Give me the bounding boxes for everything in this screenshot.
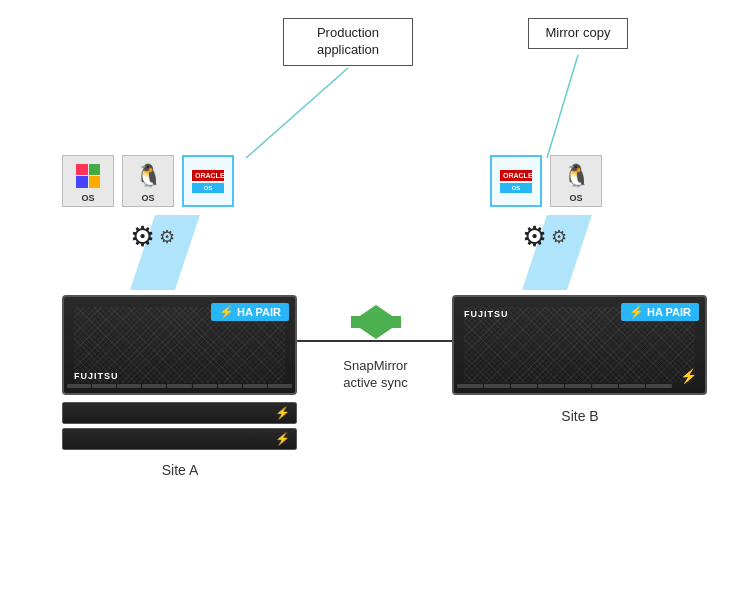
site-b-gear-large-icon: ⚙ xyxy=(522,220,547,253)
site-a-storage-2: ⚡ xyxy=(62,428,297,450)
site-a-ha-badge: ⚡ HA PAIR xyxy=(211,303,289,321)
gear-large-icon: ⚙ xyxy=(130,220,155,253)
callout-mirror: Mirror copy xyxy=(528,18,628,49)
svg-line-1 xyxy=(547,55,578,158)
site-b-label: Site B xyxy=(530,408,630,424)
site-a-fujitsu: FUJITSU xyxy=(74,371,119,381)
site-b-rack: ⚡ HA PAIR FUJITSU ⚡ xyxy=(452,295,707,395)
site-a-label: Site A xyxy=(130,462,230,478)
site-b-fujitsu: FUJITSU xyxy=(464,309,509,319)
site-a-storage-1: ⚡ xyxy=(62,402,297,424)
site-a-oracle-icon: ORACLE OS xyxy=(182,155,234,207)
site-b-oracle-icon: ORACLE OS xyxy=(490,155,542,207)
site-b-icons: ORACLE OS 🐧 OS xyxy=(490,155,602,207)
site-a-rack: ⚡ HA PAIR FUJITSU xyxy=(62,295,297,395)
svg-rect-5 xyxy=(351,316,376,328)
snapmirror-area: SnapMirror active sync xyxy=(298,295,453,392)
site-a-gear: ⚙ ⚙ xyxy=(130,220,175,253)
gear-small-icon: ⚙ xyxy=(159,226,175,248)
svg-line-0 xyxy=(246,68,348,158)
site-a-windows-icon: OS xyxy=(62,155,114,207)
site-b-gear: ⚙ ⚙ xyxy=(522,220,567,253)
site-a-icons: OS 🐧 OS ORACLE OS xyxy=(62,155,234,207)
site-b-linux-icon: 🐧 OS xyxy=(550,155,602,207)
site-b-gear-small-icon: ⚙ xyxy=(551,226,567,248)
site-b-ha-badge: ⚡ HA PAIR xyxy=(621,303,699,321)
site-a-linux-icon: 🐧 OS xyxy=(122,155,174,207)
diagram: Production application Mirror copy OS xyxy=(0,0,750,612)
callout-production: Production application xyxy=(283,18,413,66)
snapmirror-arrows-icon xyxy=(341,295,411,350)
svg-rect-7 xyxy=(376,316,401,328)
